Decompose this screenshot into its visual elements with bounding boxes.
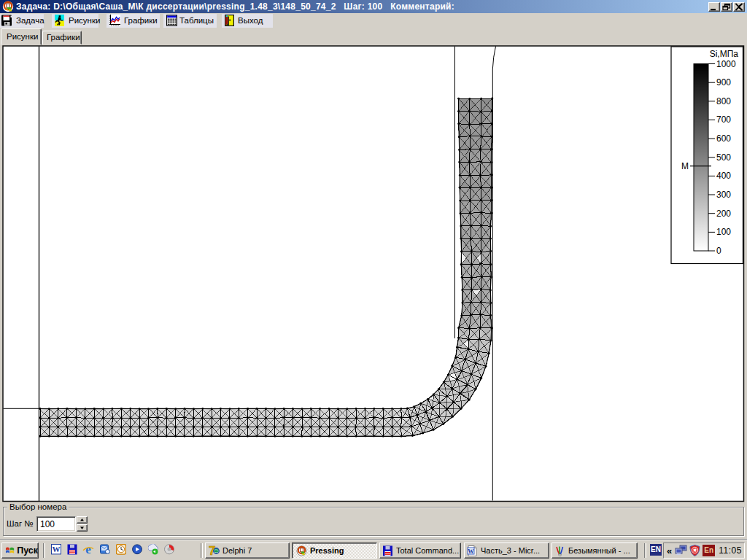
- svg-text:500: 500: [716, 152, 731, 163]
- svg-text:М: М: [681, 161, 689, 171]
- svg-text:Si,МПа: Si,МПа: [710, 49, 739, 59]
- svg-text:0: 0: [716, 246, 721, 256]
- svg-text:900: 900: [716, 77, 731, 88]
- svg-text:600: 600: [716, 133, 731, 144]
- svg-text:W: W: [53, 545, 61, 553]
- svg-text:300: 300: [716, 190, 731, 200]
- svg-text:400: 400: [716, 171, 731, 181]
- svg-text:100: 100: [716, 227, 731, 237]
- svg-text:W: W: [468, 547, 474, 554]
- svg-text:200: 200: [716, 209, 731, 219]
- svg-text:800: 800: [716, 96, 731, 106]
- svg-text:1000: 1000: [716, 59, 736, 69]
- svg-text:700: 700: [716, 114, 731, 125]
- svg-text:e: e: [85, 543, 91, 556]
